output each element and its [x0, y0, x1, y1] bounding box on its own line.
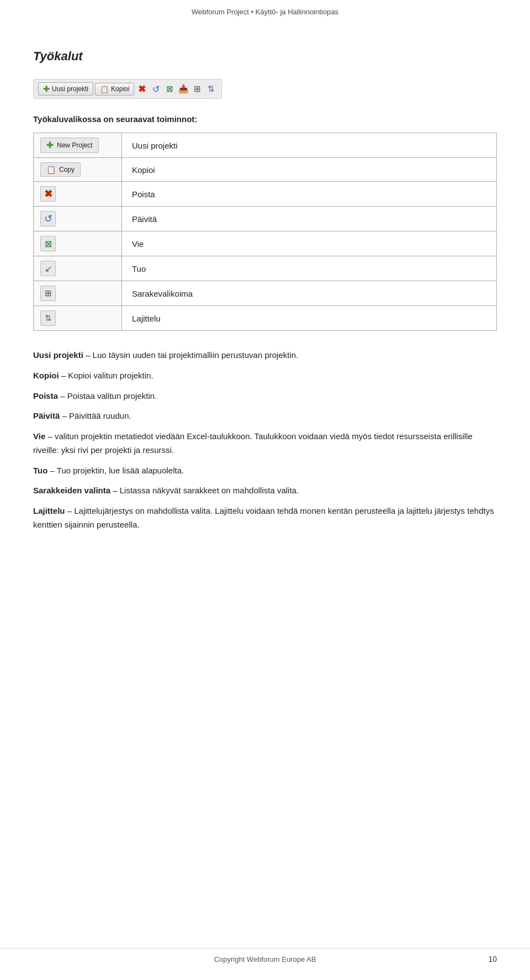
table-row: ↺ Päivitä — [34, 207, 497, 231]
term-copy: Kopioi — [33, 371, 59, 380]
desc-copy: Kopioi – Kopioi valitun projektin. — [33, 369, 497, 383]
label-cell-export: Vie — [122, 231, 497, 256]
term-sort: Lajittelu — [33, 506, 65, 515]
export-icon: ⊠ — [166, 84, 173, 94]
desc-delete: Poista – Poistaa valitun projektin. — [33, 389, 497, 403]
term-refresh: Päivitä — [33, 411, 60, 420]
green-plus-icon: ✚ — [43, 85, 50, 93]
header-title: Webforum Project • Käyttö- ja Hallinnoin… — [192, 8, 338, 16]
text-columns: Listassa näkyvät sarakkeet on mahdollist… — [120, 486, 299, 495]
desc-columns: Sarakkeiden valinta – Listassa näkyvät s… — [33, 484, 497, 498]
copy-btn-icon: 📋 Copy — [40, 162, 81, 177]
copy-btn-label: Copy — [59, 166, 75, 173]
copy-description: Kopioi — [132, 165, 155, 175]
import-description: Tuo — [132, 264, 146, 273]
desc-refresh: Päivitä – Päivittää ruudun. — [33, 409, 497, 423]
text-sort: Lajittelujärjestys on mahdollista valita… — [33, 506, 494, 529]
term-new-project: Uusi projekti — [33, 350, 83, 360]
table-row: ↙ Tuo — [34, 256, 497, 281]
icon-cell-new-project: ✚ New Project — [34, 133, 122, 158]
new-project-btn-label: New Project — [57, 141, 93, 149]
icon-cell-sort: ⇅ — [34, 306, 122, 331]
page-footer: Copyright Webforum Europe AB — [0, 948, 530, 963]
icon-cell-import: ↙ — [34, 256, 122, 281]
columns-grid-icon: ⊞ — [45, 288, 52, 298]
sep-new-project: – — [86, 350, 93, 360]
icon-cell-export: ⊠ — [34, 231, 122, 256]
sep-import: – — [50, 466, 57, 475]
label-cell-copy: Kopioi — [122, 158, 497, 182]
toolbar-new-project-button[interactable]: ✚ Uusi projekti — [38, 82, 93, 96]
page-number: 10 — [488, 955, 497, 963]
sort-arrows-icon: ⇅ — [45, 313, 52, 323]
text-delete: Poistaa valitun projektin. — [67, 391, 157, 401]
table-row: ✚ New Project Uusi projekti — [34, 133, 497, 158]
new-project-label: Uusi projekti — [52, 85, 88, 93]
new-project-plus-icon: ✚ — [46, 140, 54, 150]
toolbar-display: ✚ Uusi projekti 📋 Kopioi ✖ ↺ ⊠ 📥 ⊞ ⇅ — [33, 79, 222, 99]
section-heading: Työkaluvalikossa on seuraavat toiminnot: — [33, 114, 497, 124]
export-description: Vie — [132, 239, 144, 249]
term-export: Vie — [33, 431, 45, 441]
label-cell-new-project: Uusi projekti — [122, 133, 497, 158]
toolbar-columns-button[interactable]: ⊞ — [191, 83, 203, 95]
desc-new-project: Uusi projekti – Luo täysin uuden tai pro… — [33, 349, 497, 362]
import-icon: 📥 — [178, 84, 189, 94]
desc-export: Vie – valitun projektin metatiedot viedä… — [33, 430, 497, 457]
icon-cell-delete: ✖ — [34, 182, 122, 207]
sep-copy: – — [61, 371, 68, 380]
icon-cell-copy: 📋 Copy — [34, 158, 122, 182]
text-export: valitun projektin metatiedot viedään Exc… — [33, 431, 473, 455]
term-columns: Sarakkeiden valinta — [33, 486, 110, 495]
descriptions-block: Uusi projekti – Luo täysin uuden tai pro… — [33, 349, 497, 532]
term-import: Tuo — [33, 466, 47, 475]
toolbar-export-button[interactable]: ⊠ — [163, 83, 176, 95]
sort-description: Lajittelu — [132, 314, 161, 323]
copy-label: Kopioi — [111, 85, 129, 93]
icon-cell-refresh: ↺ — [34, 207, 122, 231]
sep-columns: – — [113, 486, 120, 495]
table-row: 📋 Copy Kopioi — [34, 158, 497, 182]
table-row: ⇅ Lajittelu — [34, 306, 497, 331]
new-project-btn-icon: ✚ New Project — [40, 138, 99, 153]
table-row: ⊞ Sarakevalikoima — [34, 281, 497, 306]
toolbar-copy-button[interactable]: 📋 Kopioi — [95, 83, 134, 96]
refresh-icon: ↺ — [152, 84, 160, 94]
sep-delete: – — [60, 391, 67, 401]
sep-sort: – — [67, 506, 75, 515]
toolbar-sort-button[interactable]: ⇅ — [205, 83, 217, 95]
refresh-arrow-icon: ↺ — [44, 213, 52, 225]
desc-import: Tuo – Tuo projektin, lue lisää alapuolel… — [33, 464, 497, 478]
copy-icon: 📋 — [100, 85, 109, 93]
text-new-project: Luo täysin uuden tai projektimalliin per… — [93, 350, 299, 360]
label-cell-import: Tuo — [122, 256, 497, 281]
icon-cell-columns: ⊞ — [34, 281, 122, 306]
text-refresh: Päivittää ruudun. — [69, 411, 131, 420]
delete-description: Poista — [132, 189, 155, 199]
columns-icon: ⊞ — [194, 84, 201, 94]
delete-icon: ✖ — [138, 83, 146, 95]
import-arrow-icon: ↙ — [45, 264, 52, 274]
toolbar-import-button[interactable]: 📥 — [177, 83, 189, 95]
toolbar-refresh-button[interactable]: ↺ — [150, 83, 162, 95]
sort-icon: ⇅ — [208, 84, 215, 94]
page-title: Työkalut — [33, 49, 497, 64]
copyright-text: Copyright Webforum Europe AB — [214, 955, 316, 963]
text-import: Tuo projektin, lue lisää alapuolelta. — [57, 466, 184, 475]
term-delete: Poista — [33, 391, 58, 401]
label-cell-sort: Lajittelu — [122, 306, 497, 331]
table-row: ✖ Poista — [34, 182, 497, 207]
export-excel-icon: ⊠ — [45, 239, 52, 249]
label-cell-columns: Sarakevalikoima — [122, 281, 497, 306]
copy-doc-icon: 📋 — [46, 165, 56, 174]
main-content: Työkalut ✚ Uusi projekti 📋 Kopioi ✖ ↺ ⊠ … — [0, 16, 530, 561]
new-project-description: Uusi projekti — [132, 141, 178, 150]
toolbar-delete-button[interactable]: ✖ — [136, 83, 148, 95]
sep-export: – — [47, 431, 55, 441]
sep-refresh: – — [62, 411, 70, 420]
table-row: ⊠ Vie — [34, 231, 497, 256]
text-copy: Kopioi valitun projektin. — [68, 371, 153, 380]
desc-sort: Lajittelu – Lajittelujärjestys on mahdol… — [33, 504, 497, 532]
functions-table: ✚ New Project Uusi projekti 📋 Copy — [33, 133, 497, 331]
delete-x-icon: ✖ — [44, 188, 52, 200]
